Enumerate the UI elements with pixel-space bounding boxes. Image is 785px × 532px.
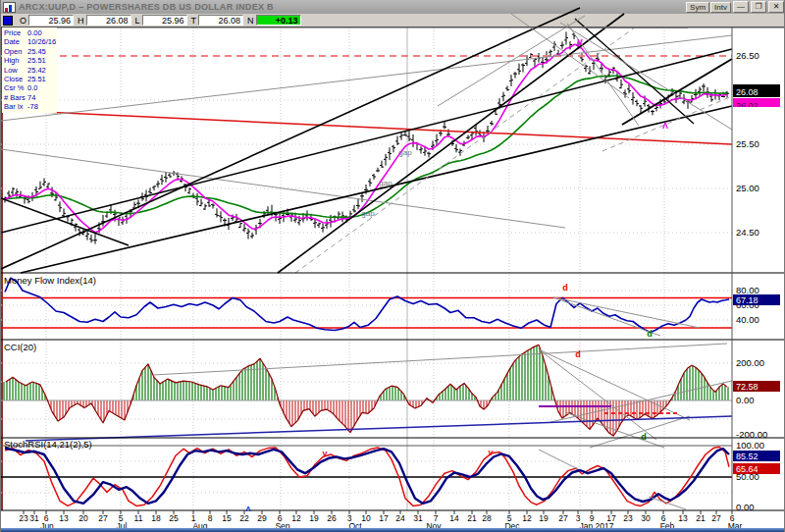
date-day-label: 13: [678, 513, 688, 523]
price-tick: 24.50: [736, 227, 759, 238]
date-day-label: 21: [696, 513, 706, 523]
date-day-label: 23: [623, 513, 633, 523]
stochrsi-panel-label: StochRSI(14,21(2),5): [4, 439, 92, 450]
cci-panel-label: CCI(20): [4, 342, 36, 352]
date-day-label: 22: [239, 513, 249, 523]
date-day-label: 18: [151, 513, 161, 523]
cci-tick: 200.00: [736, 357, 764, 368]
axis-value-box: 26.08: [736, 87, 759, 97]
date-day-label: 25: [169, 513, 179, 523]
annotation-d: d: [641, 432, 647, 442]
cci-tick: -200.00: [736, 429, 767, 440]
annotation-up-arrow: Λ: [245, 505, 251, 513]
annotation-d: d: [562, 283, 568, 293]
date-day-label: 13: [59, 513, 69, 523]
mfi-tick: 80.00: [736, 285, 759, 295]
date-day-label: 24: [395, 513, 405, 523]
date-day-label: 29: [257, 513, 267, 523]
date-day-label: 27: [711, 513, 721, 523]
date-day-label: 31: [29, 513, 39, 523]
date-day-label: 27: [98, 513, 108, 523]
chart-area[interactable]: vΛgapgapgapddMoney Flow Index(14)ddCCI(2…: [1, 0, 785, 532]
cursor-info-panel: Price0.00Date10/26/16Open25.45High25.51L…: [2, 27, 57, 113]
info-row: # Bars74: [4, 93, 57, 102]
axis-value-box: 65.64: [736, 464, 759, 474]
axis-value-box: 85.52: [736, 452, 759, 461]
window-bottom-border: [1, 528, 785, 532]
annotation-v: v: [577, 36, 583, 47]
date-day-label: 12: [291, 513, 301, 523]
date-day-label: 17: [379, 513, 389, 523]
info-row: Csr %0.0: [4, 83, 57, 92]
annotation-gap: gap: [379, 179, 392, 187]
date-day-label: 10: [361, 513, 371, 523]
date-day-label: 27: [558, 513, 568, 523]
mfi-tick: 40.00: [736, 314, 759, 325]
annotation-Λ: Λ: [662, 121, 668, 131]
date-day-label: 12: [522, 513, 532, 523]
info-row: Price0.00: [4, 28, 57, 37]
date-day-label: 19: [539, 513, 549, 523]
annotation-d: d: [647, 329, 653, 339]
date-day-label: 26: [327, 513, 337, 523]
annotation-v: v: [488, 448, 493, 457]
date-day-label: 20: [78, 513, 88, 523]
date-day-label: 23: [19, 513, 28, 523]
date-day-label: 14: [449, 513, 459, 523]
date-day-label: 30: [641, 513, 651, 523]
info-row: Bar Ix-78: [4, 102, 57, 111]
annotation-gap: gap: [361, 209, 375, 218]
annotation-d: d: [575, 349, 581, 359]
axis-value-box: 72.58: [736, 382, 759, 392]
info-row: Open25.45: [4, 47, 57, 56]
info-row: Date10/26/16: [4, 37, 57, 46]
date-day-label: 15: [222, 513, 232, 523]
date-day-label: 19: [309, 513, 319, 523]
info-row: High25.51: [4, 56, 57, 65]
date-day-label: 28: [482, 513, 492, 523]
stochrsi-tick: 0.00: [736, 502, 755, 512]
price-tick: 25.50: [736, 138, 759, 149]
info-row: Low25.42: [4, 66, 57, 75]
chart-window: vΛgapgapgapddMoney Flow Index(14)ddCCI(2…: [0, 0, 785, 532]
annotation-v: v: [322, 449, 327, 458]
stochrsi-tick: 100.00: [736, 440, 764, 451]
annotation-gap: gap: [398, 148, 412, 157]
cci-tick: 0.00: [736, 395, 755, 405]
date-day-label: 11: [134, 513, 143, 523]
info-row: Close25.51: [4, 75, 57, 83]
axis-value-box: 67.18: [736, 295, 759, 305]
date-day-label: 31: [413, 513, 423, 523]
mfi-panel-label: Money Flow Index(14): [4, 275, 96, 286]
date-day-label: 8: [208, 513, 213, 523]
price-tick: 25.00: [736, 183, 759, 193]
date-day-label: 21: [467, 513, 477, 523]
price-tick: 26.50: [736, 50, 759, 61]
